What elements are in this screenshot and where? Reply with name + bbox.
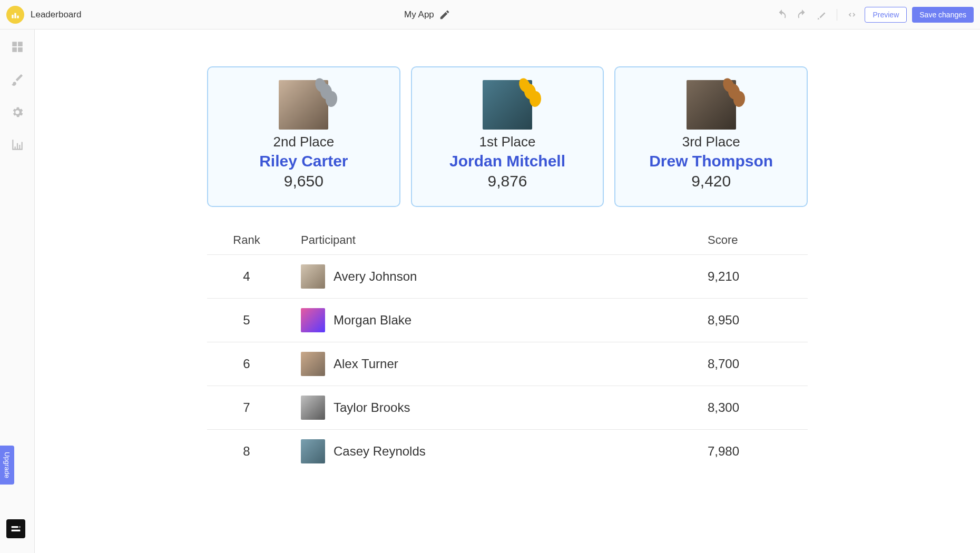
laurel-icon	[310, 76, 344, 110]
place-label: 3rd Place	[626, 134, 796, 150]
edit-icon[interactable]	[437, 7, 452, 22]
cell-rank: 7	[223, 400, 270, 415]
svg-rect-2	[17, 15, 18, 18]
cell-rank: 5	[223, 313, 270, 328]
table-header: Rank Participant Score	[207, 233, 808, 254]
podium-avatar-wrap	[279, 80, 328, 130]
avatar-image	[301, 264, 325, 289]
place-score: 9,876	[423, 172, 593, 190]
cell-participant: Avery Johnson	[270, 264, 708, 289]
cell-score: 7,980	[708, 444, 792, 459]
canvas: 2nd Place Riley Carter 9,650 1st Place J…	[35, 29, 980, 553]
save-button[interactable]: Save changes	[912, 7, 974, 23]
podium: 2nd Place Riley Carter 9,650 1st Place J…	[207, 66, 808, 207]
col-header-participant: Participant	[270, 233, 708, 247]
table-row[interactable]: 8Casey Reynolds7,980	[207, 429, 808, 473]
podium-avatar-wrap	[483, 80, 532, 130]
cell-rank: 8	[223, 444, 270, 459]
upgrade-button[interactable]: Upgrade	[0, 446, 14, 485]
analytics-icon[interactable]	[11, 138, 24, 152]
cell-rank: 6	[223, 357, 270, 371]
preview-button[interactable]: Preview	[865, 7, 907, 23]
avatar-image	[301, 308, 325, 332]
cell-participant: Alex Turner	[270, 352, 708, 376]
col-header-rank: Rank	[223, 233, 270, 247]
undo-icon[interactable]	[775, 7, 789, 22]
participant-name: Alex Turner	[334, 357, 398, 371]
table-row[interactable]: 6Alex Turner8,700	[207, 342, 808, 386]
table-row[interactable]: 4Avery Johnson9,210	[207, 254, 808, 298]
laurel-icon	[718, 76, 752, 110]
participant-name: Avery Johnson	[334, 269, 417, 284]
cell-score: 8,300	[708, 400, 792, 415]
place-score: 9,420	[626, 172, 796, 190]
participant-name: Taylor Brooks	[334, 400, 410, 415]
header-center: My App	[81, 7, 775, 22]
header-actions: Preview Save changes	[775, 7, 974, 23]
col-header-score: Score	[708, 233, 792, 247]
avatar-image	[301, 439, 325, 463]
place-label: 2nd Place	[219, 134, 389, 150]
svg-rect-0	[12, 15, 13, 18]
podium-card-1st[interactable]: 1st Place Jordan Mitchell 9,876	[411, 66, 604, 207]
place-name: Jordan Mitchell	[423, 152, 593, 170]
participant-name: Casey Reynolds	[334, 444, 426, 459]
place-label: 1st Place	[423, 134, 593, 150]
app-logo-icon	[6, 6, 24, 24]
editor-badge-icon[interactable]	[6, 519, 25, 538]
app-name[interactable]: My App	[404, 9, 434, 20]
separator	[837, 9, 837, 21]
podium-card-3rd[interactable]: 3rd Place Drew Thompson 9,420	[614, 66, 808, 207]
place-score: 9,650	[219, 172, 389, 190]
avatar-image	[301, 352, 325, 376]
wand-icon[interactable]	[815, 7, 829, 22]
laurel-icon	[514, 76, 548, 110]
gear-icon[interactable]	[11, 105, 24, 119]
podium-card-2nd[interactable]: 2nd Place Riley Carter 9,650	[207, 66, 400, 207]
table-row[interactable]: 5Morgan Blake8,950	[207, 298, 808, 342]
leaderboard-content: 2nd Place Riley Carter 9,650 1st Place J…	[207, 66, 808, 473]
participant-name: Morgan Blake	[334, 313, 411, 328]
podium-avatar-wrap	[687, 80, 736, 130]
svg-rect-4	[12, 530, 21, 531]
svg-rect-1	[14, 13, 16, 18]
place-name: Riley Carter	[219, 152, 389, 170]
leaderboard-table: Rank Participant Score 4Avery Johnson9,2…	[207, 233, 808, 473]
page-title: Leaderboard	[31, 9, 81, 20]
cell-participant: Casey Reynolds	[270, 439, 708, 463]
brush-icon[interactable]	[11, 73, 24, 86]
cell-score: 8,700	[708, 357, 792, 371]
grid-icon[interactable]	[11, 40, 24, 54]
cell-score: 9,210	[708, 269, 792, 284]
redo-icon[interactable]	[795, 7, 809, 22]
cell-participant: Morgan Blake	[270, 308, 708, 332]
table-row[interactable]: 7Taylor Brooks8,300	[207, 386, 808, 429]
top-header: Leaderboard My App Preview Save changes	[0, 0, 980, 29]
cell-score: 8,950	[708, 313, 792, 328]
code-icon[interactable]	[845, 7, 859, 22]
cell-rank: 4	[223, 269, 270, 284]
place-name: Drew Thompson	[626, 152, 796, 170]
avatar-image	[301, 396, 325, 420]
cell-participant: Taylor Brooks	[270, 396, 708, 420]
